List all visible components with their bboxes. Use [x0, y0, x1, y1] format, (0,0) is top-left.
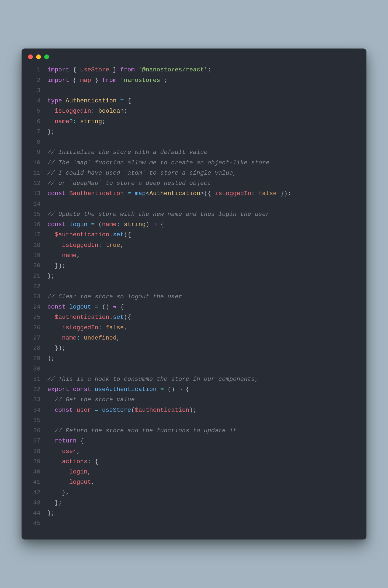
line-number: 13 [27, 188, 40, 199]
line-content: }; [47, 127, 359, 137]
code-line: 22 [27, 281, 359, 292]
line-number: 27 [27, 333, 40, 343]
line-number: 7 [27, 127, 40, 137]
code-line: 29}; [27, 353, 359, 364]
code-line: 25 $authentication.set({ [27, 312, 359, 322]
code-line: 18 isLoggedIn: true, [27, 240, 359, 250]
line-number: 20 [27, 261, 40, 271]
line-content: const logout = () ⇒ { [47, 302, 359, 312]
line-number: 29 [27, 353, 40, 364]
line-content: }; [47, 353, 359, 364]
line-content: }; [47, 508, 359, 518]
code-line: 32export const useAuthentication = () ⇒ … [27, 384, 359, 395]
code-line: 2import { map } from 'nanostores'; [27, 75, 359, 85]
line-number: 1 [27, 65, 40, 75]
code-line: 6 name?: string; [27, 116, 359, 127]
code-line: 1import { useStore } from '@nanostores/r… [27, 65, 359, 75]
line-content: // Initialize the store with a default v… [47, 147, 359, 157]
line-number: 19 [27, 250, 40, 261]
line-content [47, 281, 359, 292]
code-line: 17 $authentication.set({ [27, 230, 359, 240]
line-number: 30 [27, 364, 40, 374]
line-content: isLoggedIn: true, [47, 240, 359, 250]
code-line: 40 login, [27, 467, 359, 477]
line-content: isLoggedIn: boolean; [47, 106, 359, 116]
code-line: 26 isLoggedIn: false, [27, 323, 359, 333]
line-number: 39 [27, 456, 40, 467]
line-content: const $authentication = map<Authenticati… [47, 188, 359, 199]
code-line: 10// The `map` function allow me to crea… [27, 158, 359, 168]
minimize-icon[interactable] [36, 54, 41, 59]
close-icon[interactable] [28, 54, 33, 59]
code-line: 15// Update the store with the new name … [27, 209, 359, 219]
line-number: 11 [27, 168, 40, 178]
line-content: import { map } from 'nanostores'; [47, 75, 359, 85]
line-number: 24 [27, 302, 40, 312]
line-number: 41 [27, 477, 40, 487]
line-number: 6 [27, 116, 40, 127]
code-line: 42 }, [27, 487, 359, 498]
line-content: $authentication.set({ [47, 230, 359, 240]
line-content: const login = (name: string) ⇒ { [47, 219, 359, 230]
line-content: // I could have used `atom` to store a s… [47, 168, 359, 178]
line-content: type Authentication = { [47, 96, 359, 106]
line-number: 26 [27, 323, 40, 333]
code-line: 11// I could have used `atom` to store a… [27, 168, 359, 178]
line-content: // This is a hook to consumme the store … [47, 374, 359, 384]
line-number: 18 [27, 240, 40, 250]
line-content [47, 364, 359, 374]
line-content: actions: { [47, 456, 359, 467]
line-number: 23 [27, 292, 40, 302]
line-number: 28 [27, 343, 40, 353]
line-number: 38 [27, 446, 40, 456]
line-number: 40 [27, 467, 40, 477]
code-editor: 1import { useStore } from '@nanostores/r… [22, 62, 366, 539]
line-number: 37 [27, 436, 40, 446]
line-content: name?: string; [47, 116, 359, 127]
code-line: 8 [27, 137, 359, 147]
line-content: // Update the store with the new name an… [47, 209, 359, 219]
line-content [47, 518, 359, 528]
line-number: 22 [27, 281, 40, 292]
line-number: 12 [27, 178, 40, 188]
line-number: 35 [27, 415, 40, 426]
code-line: 34 const user = useStore($authentication… [27, 405, 359, 415]
code-line: 7}; [27, 127, 359, 137]
line-number: 43 [27, 498, 40, 508]
line-content: user, [47, 446, 359, 456]
line-number: 34 [27, 405, 40, 415]
line-content: $authentication.set({ [47, 312, 359, 322]
line-content: return { [47, 436, 359, 446]
line-number: 17 [27, 230, 40, 240]
code-window: 1import { useStore } from '@nanostores/r… [22, 49, 366, 539]
code-line: 13const $authentication = map<Authentica… [27, 188, 359, 199]
line-number: 8 [27, 137, 40, 147]
code-line: 41 logout, [27, 477, 359, 487]
line-content: }); [47, 261, 359, 271]
code-line: 30 [27, 364, 359, 374]
line-content: name: undefined, [47, 333, 359, 343]
line-content: logout, [47, 477, 359, 487]
code-line: 9// Initialize the store with a default … [27, 147, 359, 157]
code-line: 14 [27, 199, 359, 209]
line-content: export const useAuthentication = () ⇒ { [47, 384, 359, 395]
code-line: 43 }; [27, 498, 359, 508]
code-line: 3 [27, 85, 359, 96]
zoom-icon[interactable] [44, 54, 49, 59]
line-content: import { useStore } from '@nanostores/re… [47, 65, 359, 75]
line-content [47, 199, 359, 209]
line-number: 44 [27, 508, 40, 518]
line-number: 36 [27, 426, 40, 436]
line-content: // Clear the store so logout the user [47, 292, 359, 302]
code-line: 12// or `deepMap` to store a deep nested… [27, 178, 359, 188]
line-number: 21 [27, 271, 40, 281]
code-line: 45 [27, 518, 359, 528]
code-line: 36 // Return the store and the functions… [27, 426, 359, 436]
code-line: 24const logout = () ⇒ { [27, 302, 359, 312]
code-line: 44}; [27, 508, 359, 518]
line-number: 2 [27, 75, 40, 85]
code-line: 27 name: undefined, [27, 333, 359, 343]
line-number: 45 [27, 518, 40, 528]
line-content: // Get the store value [47, 395, 359, 405]
code-line: 31// This is a hook to consumme the stor… [27, 374, 359, 384]
